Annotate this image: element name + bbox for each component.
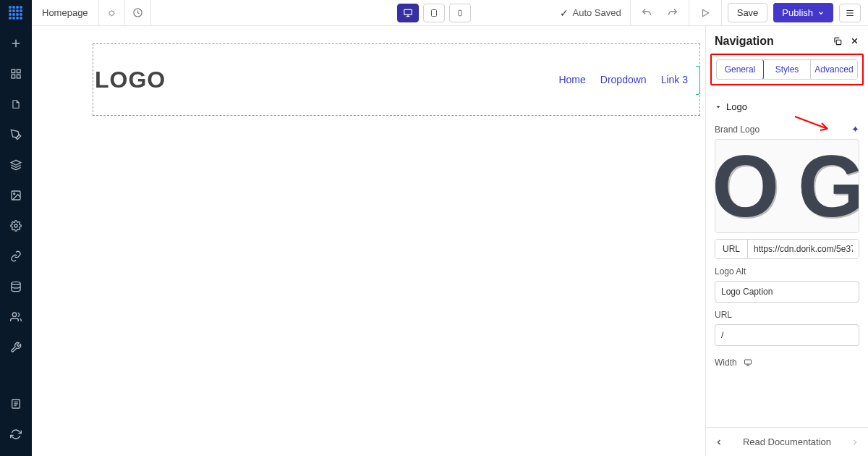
- navigation-element[interactable]: LOGO Home Dropdown Link 3: [93, 43, 700, 116]
- selection-handle[interactable]: [696, 66, 700, 95]
- save-button[interactable]: Save: [728, 3, 768, 22]
- preview-button[interactable]: [695, 3, 715, 23]
- page-icon[interactable]: [9, 97, 23, 111]
- panel-title: Navigation: [715, 35, 774, 48]
- pen-icon[interactable]: [9, 127, 23, 142]
- close-icon[interactable]: [850, 36, 859, 46]
- auto-saved-label: Auto Saved: [573, 7, 621, 18]
- svg-rect-8: [17, 75, 20, 78]
- layers-icon[interactable]: [9, 158, 23, 172]
- canvas-area[interactable]: LOGO Home Dropdown Link 3: [32, 26, 705, 456]
- link-icon[interactable]: [9, 249, 23, 263]
- svg-rect-3: [459, 10, 461, 16]
- device-tablet-button[interactable]: [423, 4, 445, 22]
- publish-button[interactable]: Publish: [773, 3, 833, 22]
- top-toolbar: Homepage ✓ Auto Saved Save: [0, 0, 868, 26]
- check-icon: ✓: [560, 7, 569, 19]
- add-icon[interactable]: [9, 36, 23, 51]
- tab-general[interactable]: General: [716, 59, 764, 80]
- left-sidebar: [0, 26, 32, 456]
- svg-marker-4: [702, 9, 708, 16]
- breadcrumb[interactable]: Homepage: [32, 0, 99, 25]
- url-prefix-label: URL: [715, 240, 748, 258]
- history-icon[interactable]: [125, 0, 151, 26]
- svg-point-12: [14, 224, 17, 227]
- image-icon[interactable]: [9, 188, 23, 203]
- svg-point-14: [12, 313, 16, 316]
- device-mobile-button[interactable]: [449, 4, 471, 22]
- svg-marker-9: [11, 160, 20, 165]
- link-url-input[interactable]: [715, 324, 859, 346]
- svg-point-11: [14, 193, 15, 195]
- svg-rect-16: [836, 40, 841, 44]
- nav-link-home[interactable]: Home: [558, 74, 585, 85]
- device-desktop-button[interactable]: [397, 4, 419, 22]
- refresh-icon[interactable]: [9, 427, 23, 442]
- app-logo-icon: [9, 6, 23, 20]
- section-header-logo[interactable]: Logo: [715, 97, 859, 117]
- logo-section: Logo Brand Logo ✦ O G URL Logo Alt URL W…: [706, 91, 868, 371]
- properties-panel: Navigation General Styles Advanced Logo …: [705, 26, 868, 456]
- publish-label: Publish: [782, 7, 813, 18]
- users-icon[interactable]: [9, 310, 23, 324]
- layout-icon[interactable]: [9, 67, 23, 81]
- nav-link-3[interactable]: Link 3: [661, 74, 688, 85]
- read-documentation-link[interactable]: Read Documentation: [743, 436, 831, 447]
- forward-icon[interactable]: [851, 438, 859, 447]
- logo-alt-label: Logo Alt: [715, 266, 859, 276]
- link-url-label: URL: [715, 310, 859, 320]
- svg-rect-7: [12, 75, 15, 78]
- settings-icon[interactable]: [99, 0, 125, 26]
- sparkle-icon[interactable]: ✦: [851, 124, 859, 135]
- caret-down-icon: [715, 104, 722, 111]
- panel-footer: Read Documentation: [706, 427, 868, 456]
- svg-point-13: [12, 282, 20, 284]
- device-switcher: [397, 4, 471, 22]
- toolbar-right: ✓ Auto Saved Save Publish: [551, 0, 869, 25]
- section-title-logo: Logo: [726, 101, 747, 112]
- logo-preview[interactable]: O G: [715, 139, 859, 233]
- nav-logo-text: LOGO: [95, 67, 166, 93]
- gear-icon[interactable]: [9, 219, 23, 233]
- svg-rect-2: [432, 9, 437, 16]
- copy-icon[interactable]: [833, 36, 843, 46]
- logo-url-field: URL: [715, 239, 859, 259]
- tools-icon[interactable]: [9, 340, 23, 355]
- svg-rect-17: [744, 360, 751, 364]
- svg-rect-6: [17, 69, 20, 73]
- tab-advanced[interactable]: Advanced: [810, 60, 857, 79]
- nav-link-dropdown[interactable]: Dropdown: [600, 74, 647, 85]
- logo-url-input[interactable]: [748, 240, 859, 258]
- svg-rect-1: [404, 9, 412, 14]
- logo-alt-input[interactable]: [715, 281, 859, 303]
- desktop-icon[interactable]: [743, 358, 753, 367]
- svg-rect-5: [12, 69, 15, 73]
- undo-button[interactable]: [637, 3, 657, 23]
- notes-icon[interactable]: [9, 397, 23, 411]
- redo-button[interactable]: [663, 3, 683, 23]
- app-logo[interactable]: [0, 0, 32, 26]
- menu-button[interactable]: [839, 4, 861, 22]
- width-field: Width: [715, 358, 859, 368]
- database-icon[interactable]: [9, 279, 23, 294]
- back-icon[interactable]: [715, 438, 723, 447]
- width-label: Width: [715, 358, 737, 368]
- auto-saved-status: ✓ Auto Saved: [551, 0, 631, 25]
- chevron-down-icon: [817, 9, 825, 17]
- nav-links: Home Dropdown Link 3: [558, 74, 699, 85]
- panel-tabs: General Styles Advanced: [716, 59, 858, 80]
- brand-logo-label: Brand Logo ✦: [715, 124, 859, 135]
- logo-preview-image: O G: [715, 139, 859, 233]
- annotation-highlight: General Styles Advanced: [710, 54, 864, 85]
- tab-styles[interactable]: Styles: [763, 60, 810, 79]
- panel-header: Navigation: [706, 26, 868, 54]
- tabs-container: General Styles Advanced: [706, 54, 868, 91]
